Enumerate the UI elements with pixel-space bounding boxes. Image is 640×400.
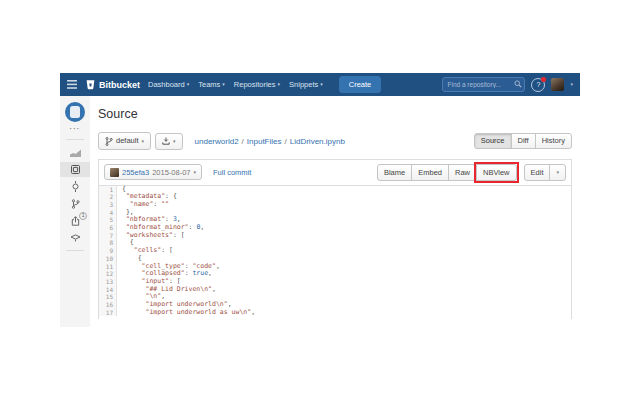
tab-source[interactable]: Source	[474, 133, 512, 150]
nav-item-snippets[interactable]: Snippets▾	[289, 80, 323, 89]
line-number[interactable]: 15	[99, 293, 117, 301]
line-number[interactable]: 2	[99, 193, 117, 201]
sidebar-divider	[66, 139, 84, 140]
navbar-right: ? ▾	[442, 77, 573, 92]
code-line: 7 "worksheets": [	[99, 232, 571, 240]
nav-item-repositories[interactable]: Repositories▾	[234, 80, 280, 89]
branch-caret-icon: ▾	[142, 139, 145, 144]
commit-selector[interactable]: 255efa3 2015-08-07 ▾	[104, 164, 202, 180]
source-file-icon	[71, 165, 80, 174]
help-icon[interactable]: ?	[531, 78, 545, 92]
sidebar-item-source[interactable]	[60, 162, 90, 177]
sidebar-item-commits[interactable]	[60, 179, 90, 194]
line-number[interactable]: 8	[99, 239, 117, 247]
breadcrumb-repo[interactable]: underworld2	[195, 137, 239, 146]
download-caret-icon: ▾	[173, 139, 176, 144]
branches-icon	[71, 199, 80, 209]
nav-item-dashboard[interactable]: Dashboard▾	[148, 80, 189, 89]
file-view-panel: 255efa3 2015-08-07 ▾ Full commit BlameEm…	[98, 159, 572, 319]
edit-button[interactable]: Edit	[524, 164, 551, 181]
line-number[interactable]: 10	[99, 255, 117, 263]
full-commit-link[interactable]: Full commit	[213, 168, 251, 177]
code-line: 17 "import underworld as uw\n",	[99, 309, 571, 317]
source-code-view: 1{2 "metadata": {3 "name": ""4 },5 "nbfo…	[99, 186, 571, 320]
overview-graph-icon	[70, 148, 81, 157]
line-number[interactable]: 1	[99, 186, 117, 194]
line-number[interactable]: 9	[99, 247, 117, 255]
user-avatar[interactable]	[551, 78, 564, 91]
line-number[interactable]: 17	[99, 309, 117, 317]
commit-caret-icon: ▾	[194, 170, 197, 175]
pull-requests-badge: 1	[79, 212, 87, 220]
source-toolbar: default ▾ ▾ underworld2 / InputFiles / L…	[98, 132, 572, 150]
search-input[interactable]	[442, 77, 525, 92]
edit-caret-icon: ▾	[556, 170, 559, 175]
blame-button[interactable]: Blame	[377, 164, 412, 181]
brand-label: Bitbucket	[99, 80, 140, 90]
nav-item-teams[interactable]: Teams▾	[198, 80, 225, 89]
hamburger-menu-icon[interactable]	[67, 80, 77, 89]
sidebar-item-overview[interactable]	[60, 145, 90, 160]
breadcrumb-dir[interactable]: InputFiles	[247, 137, 282, 146]
file-header: 255efa3 2015-08-07 ▾ Full commit BlameEm…	[99, 160, 571, 186]
line-number[interactable]: 5	[99, 216, 117, 224]
sidebar-item-branches[interactable]	[60, 196, 90, 211]
breadcrumb-separator: /	[242, 137, 244, 146]
tab-diff[interactable]: Diff	[511, 133, 536, 150]
sidebar-divider-bottom	[66, 250, 84, 251]
commit-hash-link: 255efa3	[122, 169, 149, 177]
line-number[interactable]: 13	[99, 278, 117, 286]
branch-icon	[105, 137, 113, 146]
bitbucket-logo[interactable]: Bitbucket	[85, 79, 140, 90]
chevron-down-icon: ▾	[278, 82, 281, 87]
sidebar-item-pull-requests[interactable]: 1	[60, 213, 90, 228]
create-button[interactable]: Create	[339, 76, 382, 93]
line-number[interactable]: 12	[99, 270, 117, 278]
sidebar-item-downloads[interactable]	[60, 230, 90, 245]
line-number[interactable]: 3	[99, 201, 117, 209]
repo-avatar[interactable]	[65, 102, 85, 122]
download-icon	[162, 137, 170, 145]
embed-button[interactable]: Embed	[411, 164, 449, 181]
navbar-menu: Dashboard▾Teams▾Repositories▾Snippets▾	[148, 80, 323, 89]
line-number[interactable]: 14	[99, 286, 117, 294]
downloads-icon	[70, 234, 81, 242]
code-line: 2 "metadata": {	[99, 193, 571, 201]
top-navbar: Bitbucket Dashboard▾Teams▾Repositories▾S…	[60, 73, 580, 96]
line-number[interactable]: 16	[99, 301, 117, 309]
breadcrumb-file[interactable]: LidDriven.ipynb	[290, 137, 345, 146]
chevron-down-icon: ▾	[320, 82, 323, 87]
file-action-buttons: BlameEmbedRawNBView	[377, 164, 517, 181]
user-menu-caret-icon[interactable]: ▾	[570, 82, 573, 87]
code-line: 3 "name": ""	[99, 201, 571, 209]
notification-dot	[541, 77, 546, 82]
repo-sidebar: ···	[60, 96, 90, 327]
commits-icon	[72, 181, 79, 192]
line-number[interactable]: 6	[99, 224, 117, 232]
line-number[interactable]: 7	[99, 232, 117, 240]
code-text: "import underworld as uw\n",	[117, 309, 255, 317]
line-number[interactable]: 11	[99, 263, 117, 271]
nbview-button[interactable]: NBView	[476, 164, 517, 181]
sidebar-more-button[interactable]: ···	[70, 125, 81, 133]
breadcrumb-separator: /	[285, 137, 287, 146]
page-title: Source	[98, 107, 572, 121]
chevron-down-icon: ▾	[222, 82, 225, 87]
breadcrumb: underworld2 / InputFiles / LidDriven.ipy…	[195, 137, 345, 146]
code-line: 9 "cells": [	[99, 247, 571, 255]
bitbucket-bucket-icon	[85, 79, 96, 90]
commit-date: 2015-08-07	[152, 169, 190, 177]
search-icon	[514, 80, 522, 88]
chevron-down-icon: ▾	[187, 82, 190, 87]
tab-history[interactable]: History	[535, 133, 572, 150]
edit-dropdown-button[interactable]: ▾	[549, 164, 566, 181]
app-body: ···	[60, 96, 580, 327]
bitbucket-app: Bitbucket Dashboard▾Teams▾Repositories▾S…	[60, 73, 580, 327]
branch-selector[interactable]: default ▾	[98, 132, 151, 150]
annotation-highlight-box	[474, 162, 519, 183]
line-number[interactable]: 4	[99, 209, 117, 217]
pull-requests-icon	[71, 216, 80, 226]
raw-button[interactable]: Raw	[448, 164, 477, 181]
download-button[interactable]: ▾	[155, 133, 183, 150]
repository-search	[442, 77, 525, 92]
